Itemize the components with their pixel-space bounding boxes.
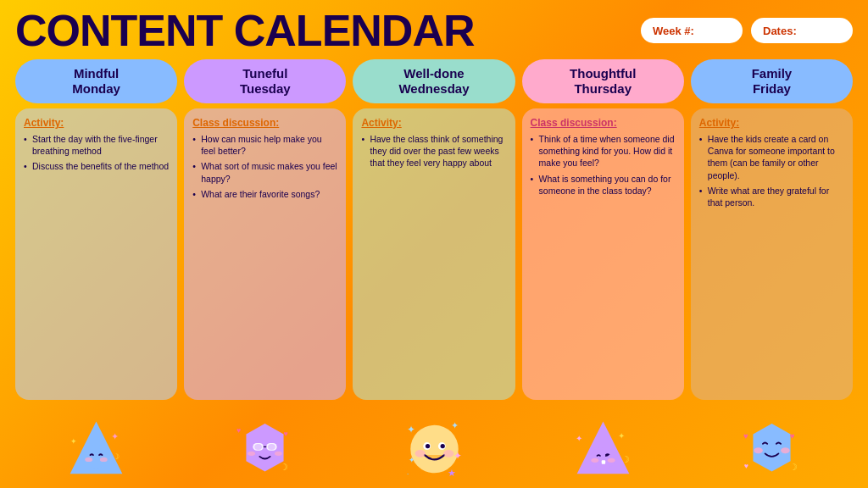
week-label: Week #: [653, 25, 694, 37]
svg-text:·: · [406, 469, 409, 478]
header-row: CONTENT CALENDAR Week #: Dates: [15, 8, 853, 53]
svg-point-12 [268, 444, 275, 450]
svg-marker-39 [753, 424, 790, 471]
list-item: Write what are they grateful for that pe… [699, 185, 844, 208]
tuesday-header: TunefulTuesday [184, 59, 346, 103]
svg-text:☽: ☽ [789, 462, 798, 472]
svg-point-34 [607, 458, 615, 463]
list-item: Start the day with the five-finger breat… [24, 133, 169, 157]
monday-column: MindfulMonday Activity: Start the day wi… [15, 59, 177, 481]
svg-point-3 [100, 458, 108, 462]
svg-point-41 [781, 447, 790, 453]
header-fields: Week #: Dates: [641, 18, 853, 43]
tuesday-bullets: How can music help make you feel better?… [192, 133, 337, 200]
wednesday-character: ✦ ✦ ✦ ✦ ★ · [353, 405, 515, 481]
svg-text:♥: ♥ [236, 426, 241, 435]
svg-text:★: ★ [448, 468, 456, 478]
svg-text:☽: ☽ [620, 454, 629, 464]
svg-marker-7 [247, 424, 284, 471]
svg-point-1 [83, 445, 110, 469]
svg-point-32 [590, 447, 615, 469]
tuesday-character-svg: ♥ ♥ ☽ [233, 418, 297, 481]
dates-field[interactable]: Dates: [751, 18, 853, 43]
tuesday-section-label: Class discussion: [192, 117, 337, 129]
svg-point-13 [248, 452, 256, 456]
svg-point-2 [85, 458, 92, 462]
thursday-content: Class discussion: Think of a time when s… [522, 108, 684, 400]
dates-label: Dates: [763, 25, 797, 37]
monday-bullets: Start the day with the five-finger breat… [24, 133, 169, 173]
monday-section-label: Activity: [24, 117, 169, 129]
list-item: How can music help make you feel better? [192, 133, 337, 157]
svg-point-18 [410, 425, 458, 473]
list-item: What sort of music makes you feel happy? [192, 160, 337, 184]
list-item: What is something you can do for someone… [531, 173, 676, 197]
svg-text:♥: ♥ [743, 431, 748, 441]
svg-text:✦: ✦ [70, 437, 77, 446]
monday-character-svg: ✦ ✦ ☽ [64, 418, 128, 481]
svg-point-24 [443, 450, 453, 458]
monday-character: ✦ ✦ ☽ [15, 405, 177, 481]
page-title: CONTENT CALENDAR [15, 8, 641, 53]
friday-header: FamilyFriday [691, 59, 853, 103]
svg-point-40 [754, 447, 763, 453]
svg-point-21 [425, 444, 429, 448]
svg-text:☽: ☽ [280, 462, 288, 472]
svg-text:✦: ✦ [576, 434, 582, 443]
tuesday-character: ♥ ♥ ☽ [184, 405, 346, 481]
wednesday-section-label: Activity: [361, 117, 506, 129]
svg-point-33 [591, 458, 598, 463]
thursday-column: ThoughtfulThursday Class discussion: Thi… [522, 59, 684, 481]
tuesday-content: Class discussion: How can music help mak… [184, 108, 346, 400]
svg-text:♥: ♥ [744, 462, 748, 470]
svg-text:✦: ✦ [406, 424, 415, 435]
monday-content: Activity: Start the day with the five-fi… [15, 108, 177, 400]
svg-rect-35 [601, 460, 604, 463]
friday-bullets: Have the kids create a card on Canva for… [699, 133, 844, 208]
thursday-character: ✦ ✦ ☽ [522, 405, 684, 481]
friday-content: Activity: Have the kids create a card on… [691, 108, 853, 400]
svg-text:✦: ✦ [111, 431, 119, 441]
wednesday-header: Well-doneWednesday [353, 59, 515, 103]
svg-point-11 [254, 444, 262, 450]
columns-row: MindfulMonday Activity: Start the day wi… [15, 59, 853, 481]
friday-section-label: Activity: [699, 117, 844, 129]
thursday-header: ThoughtfulThursday [522, 59, 684, 103]
friday-character: ♥ ♥ ☽ ♥ [691, 405, 853, 481]
svg-text:♥: ♥ [790, 431, 795, 441]
monday-header: MindfulMonday [15, 59, 177, 103]
svg-text:♥: ♥ [284, 430, 288, 438]
wednesday-column: Well-doneWednesday Activity: Have the cl… [353, 59, 515, 481]
svg-point-23 [415, 450, 425, 458]
svg-text:✦: ✦ [450, 420, 458, 430]
list-item: Think of a time when someone did somethi… [531, 133, 676, 169]
svg-text:✦: ✦ [618, 431, 625, 441]
friday-column: FamilyFriday Activity: Have the kids cre… [691, 59, 853, 481]
main-container: CONTENT CALENDAR Week #: Dates: MindfulM… [0, 0, 868, 488]
thursday-bullets: Think of a time when someone did somethi… [531, 133, 676, 197]
wednesday-content: Activity: Have the class think of someth… [353, 108, 515, 400]
list-item: Have the class think of something they d… [361, 133, 506, 169]
friday-character-svg: ♥ ♥ ☽ ♥ [740, 418, 804, 481]
wednesday-character-svg: ✦ ✦ ✦ ✦ ★ · [403, 418, 466, 481]
week-field[interactable]: Week #: [641, 18, 743, 43]
svg-text:✦: ✦ [408, 456, 415, 464]
svg-point-14 [275, 452, 282, 456]
svg-text:✦: ✦ [453, 450, 461, 462]
thursday-character-svg: ✦ ✦ ☽ [571, 418, 635, 481]
svg-point-22 [440, 444, 444, 448]
list-item: Discuss the benefits of the method [24, 160, 169, 172]
thursday-section-label: Class discussion: [531, 117, 676, 129]
svg-text:☽: ☽ [113, 452, 120, 461]
list-item: What are their favorite songs? [192, 188, 337, 200]
wednesday-bullets: Have the class think of something they d… [361, 133, 506, 169]
tuesday-column: TunefulTuesday Class discussion: How can… [184, 59, 346, 481]
list-item: Have the kids create a card on Canva for… [699, 133, 844, 181]
